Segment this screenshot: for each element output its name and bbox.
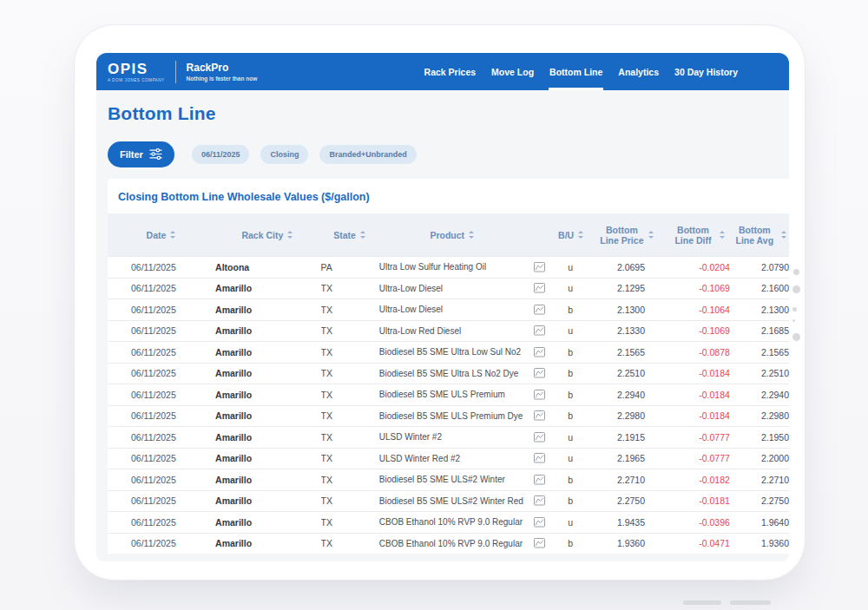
cell-bottom-line-diff: -0.0204 — [667, 262, 730, 272]
cell-bottom-line-avg: 1.9360 — [730, 538, 789, 548]
price-history-chart-icon[interactable] — [534, 305, 545, 315]
bezel-dot — [792, 319, 795, 322]
table-row[interactable]: 06/11/2025 Amarillo TX ULSD Winter #2 u … — [108, 426, 789, 448]
cell-chart — [525, 517, 555, 528]
sort-carets-icon — [287, 231, 293, 239]
nav-rack-prices[interactable]: Rack Prices — [424, 53, 477, 90]
cell-product: Ultra-Low Red Diesel — [379, 326, 525, 336]
bezel-bottom-bar — [683, 600, 721, 605]
cell-chart — [525, 347, 555, 357]
price-history-chart-icon[interactable] — [534, 368, 545, 378]
header-bottom-line-avg-label: Bottom Line Avg — [732, 225, 777, 246]
header-product[interactable]: Product — [378, 230, 525, 240]
cell-bottom-line-price: 2.1300 — [587, 305, 667, 315]
header-bottom-line-avg[interactable]: Bottom Line Avg — [730, 225, 789, 246]
table-row[interactable]: 06/11/2025 Amarillo TX Ultra-Low Diesel … — [108, 298, 789, 320]
cell-bottom-line-avg: 2.1685 — [730, 325, 789, 336]
opis-logo-subtext: A DOW JONES COMPANY — [108, 78, 165, 82]
table-row[interactable]: 06/11/2025 Amarillo TX Biodiesel B5 SME … — [108, 490, 789, 512]
header-bottom-line-price[interactable]: Bottom Line Price — [587, 225, 666, 246]
cell-bu: b — [554, 347, 586, 357]
cell-bu: b — [554, 475, 586, 485]
cell-state: TX — [321, 390, 379, 400]
nav-move-log[interactable]: Move Log — [490, 53, 535, 90]
cell-bu: u — [554, 517, 586, 528]
table-row[interactable]: 06/11/2025 Amarillo TX Biodiesel B5 SME … — [108, 341, 789, 363]
price-history-chart-icon[interactable] — [534, 410, 545, 421]
table-row[interactable]: 06/11/2025 Amarillo TX Biodiesel B5 SME … — [108, 405, 789, 427]
chip-branded-unbranded[interactable]: Branded+Unbranded — [319, 145, 416, 164]
price-history-chart-icon[interactable] — [534, 325, 545, 336]
price-history-chart-icon[interactable] — [534, 538, 545, 548]
header-date-label: Date — [147, 230, 167, 240]
filter-button[interactable]: Filter — [108, 141, 174, 167]
table-row[interactable]: 06/11/2025 Amarillo TX Biodiesel B5 SME … — [108, 469, 789, 490]
header-bu[interactable]: B/U — [555, 230, 588, 240]
table-row[interactable]: 06/11/2025 Amarillo TX Ultra-Low Diesel … — [108, 278, 789, 299]
header-bottom-line-diff-label: Bottom Line Diff — [670, 225, 715, 246]
cell-state: TX — [321, 517, 379, 528]
app-screen: OPIS A DOW JONES COMPANY RackPro Nothing… — [96, 53, 789, 561]
price-history-chart-icon[interactable] — [534, 453, 545, 463]
cell-bottom-line-diff: -0.1069 — [667, 325, 730, 336]
cell-bottom-line-price: 2.1965 — [587, 453, 667, 463]
cell-bottom-line-diff: -0.1069 — [667, 283, 730, 293]
header-state[interactable]: State — [320, 230, 379, 240]
cell-product: Biodiesel B5 SME ULS Premium Dye — [379, 411, 525, 421]
cell-bu: b — [554, 538, 586, 548]
price-history-chart-icon[interactable] — [534, 390, 545, 400]
cell-product: Biodiesel B5 SME ULS#2 Winter Red Dye — [379, 496, 525, 506]
header-date[interactable]: Date — [108, 230, 214, 240]
nav-bottom-line[interactable]: Bottom Line — [549, 53, 603, 90]
cell-bottom-line-avg: 2.2940 — [730, 390, 789, 400]
cell-state: TX — [321, 432, 379, 443]
cell-bottom-line-price: 2.1330 — [587, 325, 667, 336]
cell-chart — [525, 538, 555, 548]
chip-date[interactable]: 06/11/2025 — [192, 145, 250, 164]
cell-state: TX — [321, 410, 379, 421]
cell-product: ULSD Winter #2 — [379, 432, 525, 442]
table-row[interactable]: 06/11/2025 Amarillo TX CBOB Ethanol 10% … — [108, 533, 789, 554]
cell-bottom-line-price: 2.1295 — [587, 283, 667, 293]
cell-date: 06/11/2025 — [108, 325, 215, 336]
cell-bottom-line-diff: -0.0184 — [667, 390, 730, 400]
cell-product: Ultra-Low Diesel — [379, 284, 525, 293]
price-history-chart-icon[interactable] — [534, 517, 545, 528]
nav-30-day-history[interactable]: 30 Day History — [674, 53, 739, 90]
cell-bu: b — [554, 495, 586, 506]
cell-rack-city: Amarillo — [215, 347, 320, 357]
table-row[interactable]: 06/11/2025 Amarillo TX CBOB Ethanol 10% … — [108, 511, 789, 533]
cell-chart — [525, 283, 555, 293]
cell-bottom-line-price: 1.9360 — [587, 538, 667, 548]
chip-closing[interactable]: Closing — [260, 145, 308, 164]
table-row[interactable]: 06/11/2025 Amarillo TX Ultra-Low Red Die… — [108, 320, 789, 342]
price-history-chart-icon[interactable] — [534, 262, 545, 272]
header-rack-city[interactable]: Rack City — [214, 230, 320, 240]
price-history-chart-icon[interactable] — [534, 283, 545, 293]
price-history-chart-icon[interactable] — [534, 347, 545, 357]
cell-rack-city: Amarillo — [215, 325, 320, 336]
app-header: OPIS A DOW JONES COMPANY RackPro Nothing… — [96, 53, 789, 90]
table-row[interactable]: 06/11/2025 Amarillo TX Biodiesel B5 SME … — [108, 363, 789, 384]
cell-chart — [525, 410, 555, 421]
tablet-frame: OPIS A DOW JONES COMPANY RackPro Nothing… — [74, 24, 806, 580]
nav-analytics[interactable]: Analytics — [617, 53, 660, 90]
cell-chart — [525, 325, 555, 336]
cell-rack-city: Amarillo — [215, 390, 320, 400]
cell-date: 06/11/2025 — [108, 347, 215, 357]
cell-bottom-line-diff: -0.0184 — [667, 368, 730, 378]
sort-carets-icon — [720, 231, 725, 239]
price-history-chart-icon[interactable] — [534, 495, 545, 506]
table-body: 06/11/2025 Altoona PA Ultra Low Sulfur H… — [108, 256, 789, 554]
table-row[interactable]: 06/11/2025 Amarillo TX Biodiesel B5 SME … — [108, 384, 789, 405]
cell-bottom-line-avg: 2.2710 — [730, 475, 789, 485]
page-title: Bottom Line — [108, 103, 789, 124]
cell-rack-city: Amarillo — [215, 368, 320, 378]
header-bottom-line-diff[interactable]: Bottom Line Diff — [666, 225, 729, 246]
table-row[interactable]: 06/11/2025 Altoona PA Ultra Low Sulfur H… — [108, 256, 789, 278]
price-history-chart-icon[interactable] — [534, 432, 545, 443]
price-history-chart-icon[interactable] — [534, 475, 545, 485]
table-row[interactable]: 06/11/2025 Amarillo TX ULSD Winter Red #… — [108, 448, 789, 469]
cell-bottom-line-avg: 2.2980 — [730, 410, 789, 421]
cell-bottom-line-diff: -0.0396 — [667, 517, 730, 528]
